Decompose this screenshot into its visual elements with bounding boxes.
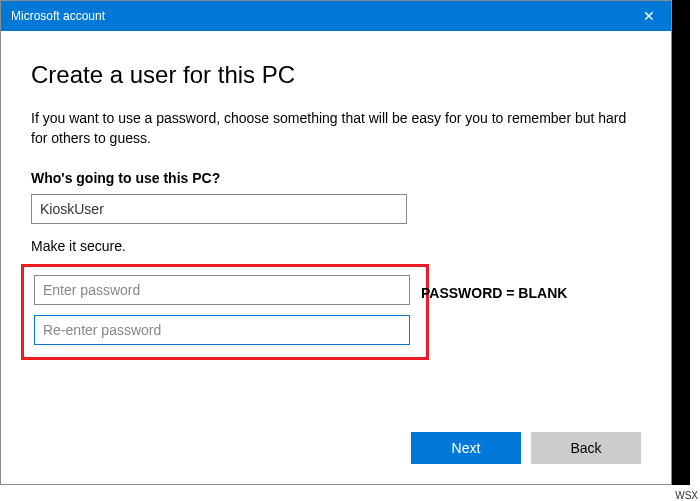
content-area: Create a user for this PC If you want to…	[1, 31, 671, 380]
username-label: Who's going to use this PC?	[31, 170, 641, 186]
password-highlight-box	[21, 264, 429, 360]
right-black-strip	[672, 0, 690, 485]
annotation-text: PASSWORD = BLANK	[421, 285, 567, 301]
close-icon: ✕	[643, 8, 655, 24]
reenter-password-input[interactable]	[34, 315, 410, 345]
secure-label: Make it secure.	[31, 238, 641, 254]
username-input[interactable]	[31, 194, 407, 224]
password-input[interactable]	[34, 275, 410, 305]
button-row: Next Back	[411, 432, 641, 464]
next-button[interactable]: Next	[411, 432, 521, 464]
titlebar: Microsoft account ✕	[1, 1, 671, 31]
watermark: WSX	[675, 490, 698, 501]
back-button[interactable]: Back	[531, 432, 641, 464]
page-title: Create a user for this PC	[31, 61, 641, 89]
description-text: If you want to use a password, choose so…	[31, 109, 641, 148]
close-button[interactable]: ✕	[626, 1, 671, 31]
window-title: Microsoft account	[11, 9, 105, 23]
dialog-window: Microsoft account ✕ Create a user for th…	[0, 0, 672, 485]
